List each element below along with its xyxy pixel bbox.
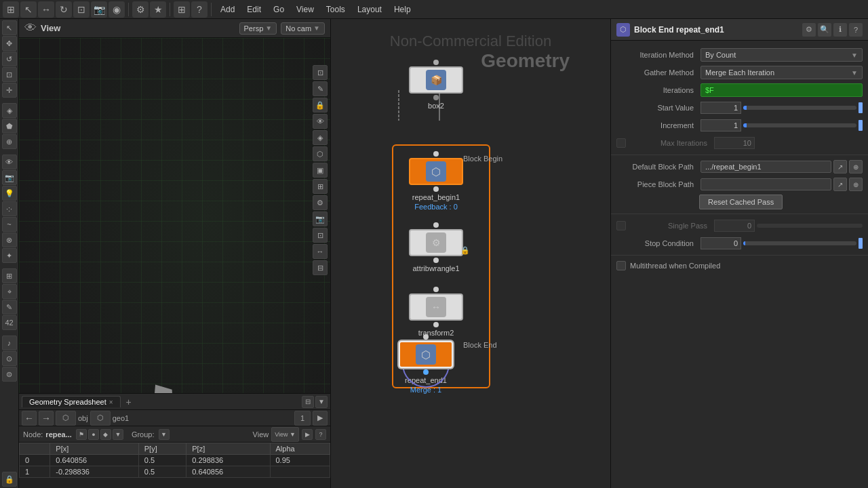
increment-input[interactable] xyxy=(701,119,741,131)
obj-icon[interactable]: ⬡ xyxy=(56,411,76,426)
add-tab-btn[interactable]: + xyxy=(122,396,136,408)
tb-part[interactable]: ·:· xyxy=(2,201,17,216)
tb-sculpt[interactable]: ⊕ xyxy=(2,134,17,149)
nav-fwd-btn[interactable]: → xyxy=(39,411,54,426)
tb-num[interactable]: 42 xyxy=(2,315,17,330)
tb-paint[interactable]: ⬟ xyxy=(2,119,17,134)
node-attribwrangle1[interactable]: ⚙ 🔒 attribwrangle1 xyxy=(409,222,463,272)
tb-view[interactable]: 👁 xyxy=(2,155,17,169)
t2-node-box[interactable]: ↔ xyxy=(409,293,463,321)
help-btn[interactable]: ? xyxy=(315,429,326,440)
aw1-node-box[interactable]: ⚙ 🔒 xyxy=(409,229,463,256)
increment-slider-handle[interactable] xyxy=(859,120,863,131)
node-box2[interactable]: 📦 box2 xyxy=(409,60,463,110)
node-repeat-begin1[interactable]: ⬡ repeat_begin1 Feedback : 0 xyxy=(409,151,463,211)
stop-condition-input[interactable] xyxy=(701,237,741,249)
tb-grab[interactable]: ✥ xyxy=(2,36,17,51)
props-help-btn[interactable]: ? xyxy=(849,23,863,37)
view-play-btn[interactable]: ▶ xyxy=(302,429,313,440)
vp-bg[interactable]: ▣ xyxy=(313,163,328,178)
multithread-checkbox[interactable] xyxy=(616,261,626,270)
reset-cached-pass-btn[interactable]: Reset Cached Pass xyxy=(699,195,783,209)
max-iterations-input[interactable] xyxy=(714,137,755,149)
single-pass-checkbox[interactable] xyxy=(616,221,626,230)
panel-collapse-btn[interactable]: ▼ xyxy=(315,396,328,408)
max-iterations-checkbox[interactable] xyxy=(616,138,626,148)
piece-block-path-browse-btn[interactable]: ↗ xyxy=(833,178,847,191)
tool-icon-2[interactable]: ★ xyxy=(150,1,166,18)
tb-select[interactable]: ↖ xyxy=(2,20,17,35)
menu-layout[interactable]: Layout xyxy=(352,3,387,16)
single-pass-slider[interactable] xyxy=(757,224,863,228)
tab-close-btn[interactable]: × xyxy=(109,399,113,406)
stop-condition-slider-handle[interactable] xyxy=(859,238,863,249)
tb-bone[interactable]: ✦ xyxy=(2,248,17,263)
node-flag-1[interactable]: ⚑ xyxy=(76,429,87,440)
props-search-btn[interactable]: 🔍 xyxy=(818,23,831,37)
vp-split[interactable]: ⊟ xyxy=(313,260,328,275)
tb-lock[interactable]: 🔒 xyxy=(2,472,17,487)
start-value-input[interactable] xyxy=(701,102,741,114)
props-info-btn[interactable]: ℹ xyxy=(833,23,847,37)
default-block-path-input[interactable] xyxy=(701,161,831,173)
default-block-path-browse-btn[interactable]: ↗ xyxy=(833,160,847,174)
camera-icon[interactable]: 📷 xyxy=(91,1,107,18)
menu-edit[interactable]: Edit xyxy=(241,3,267,16)
vp-grid[interactable]: ⊞ xyxy=(313,179,328,194)
menu-go[interactable]: Go xyxy=(268,3,290,16)
geometry-spreadsheet-tab[interactable]: Geometry Spreadsheet× xyxy=(22,396,121,407)
tb-brush[interactable]: ✎ xyxy=(2,300,17,314)
tb-misc2[interactable]: ⊜ xyxy=(2,367,17,382)
default-block-path-pick-btn[interactable]: ⊕ xyxy=(849,160,863,174)
select-tool-icon[interactable]: ↖ xyxy=(20,1,37,18)
frame-num[interactable]: 1 xyxy=(294,411,311,426)
tb-zoom[interactable]: ⌖ xyxy=(2,284,17,299)
perspective-dropdown[interactable]: Persp ▼ xyxy=(239,22,277,35)
tb-geo[interactable]: ◈ xyxy=(2,103,17,118)
menu-help[interactable]: Help xyxy=(389,3,416,16)
tb-xform[interactable]: ✛ xyxy=(2,83,17,98)
vp-opts[interactable]: ⚙ xyxy=(313,195,328,210)
node-flag-4[interactable]: ▼ xyxy=(113,429,123,440)
tool-icon-1[interactable]: ⚙ xyxy=(132,1,149,18)
rotate-tool-icon[interactable]: ↻ xyxy=(56,1,72,18)
vp-lock2[interactable]: 🔒 xyxy=(313,98,328,113)
network-editor[interactable]: Non-Commercial Edition Geometry xyxy=(331,19,610,488)
node-transform2[interactable]: ↔ transform2 xyxy=(409,287,463,337)
tb-light[interactable]: 💡 xyxy=(2,186,17,201)
view-dropdown[interactable]: View ▼ xyxy=(271,427,299,442)
scale-tool-icon[interactable]: ⊡ xyxy=(73,1,90,18)
render-icon[interactable]: ◉ xyxy=(108,1,125,18)
tb-audio[interactable]: ♪ xyxy=(2,336,17,350)
vp-flip[interactable]: ↔ xyxy=(313,244,328,259)
single-pass-input[interactable] xyxy=(714,220,755,232)
menu-view[interactable]: View xyxy=(291,3,319,16)
menu-add[interactable]: Add xyxy=(215,3,240,16)
re1-node-box[interactable]: ⬡ xyxy=(399,341,453,368)
props-gear-btn[interactable]: ⚙ xyxy=(802,23,816,37)
tb-rivet[interactable]: ⊗ xyxy=(2,232,17,247)
tb-dyn[interactable]: ~ xyxy=(2,217,17,232)
node-flag-2[interactable]: ● xyxy=(88,429,99,440)
tb-cam[interactable]: 📷 xyxy=(2,170,17,185)
tb-rotate[interactable]: ↺ xyxy=(2,52,17,66)
app-menu-icon[interactable]: ⊞ xyxy=(3,1,19,18)
nav-back-btn[interactable]: ← xyxy=(22,411,37,426)
start-value-slider[interactable] xyxy=(743,106,856,110)
tb-scale[interactable]: ⊡ xyxy=(2,67,17,82)
tb-misc1[interactable]: ⊙ xyxy=(2,351,17,366)
geo1-icon[interactable]: ⬡ xyxy=(90,411,111,426)
box2-node-box[interactable]: 📦 xyxy=(409,66,463,94)
vp-persp[interactable]: ⊡ xyxy=(313,228,328,243)
piece-block-path-input[interactable] xyxy=(701,178,831,190)
iterations-input[interactable] xyxy=(701,83,863,97)
panel-expand-btn[interactable]: ⊟ xyxy=(302,396,314,408)
tb-grab2[interactable]: ⊞ xyxy=(2,268,17,283)
node-flag-3[interactable]: ◆ xyxy=(100,429,111,440)
help-icon[interactable]: ? xyxy=(191,1,208,18)
node-repeat-end1[interactable]: ⬡ repeat_end1 Merge : 1 xyxy=(399,334,453,394)
vp-vis[interactable]: 👁 xyxy=(313,114,328,129)
vp-cam2[interactable]: 📷 xyxy=(313,211,328,226)
camera-dropdown[interactable]: No cam ▼ xyxy=(281,22,325,35)
piece-block-path-pick-btn[interactable]: ⊕ xyxy=(849,178,863,191)
